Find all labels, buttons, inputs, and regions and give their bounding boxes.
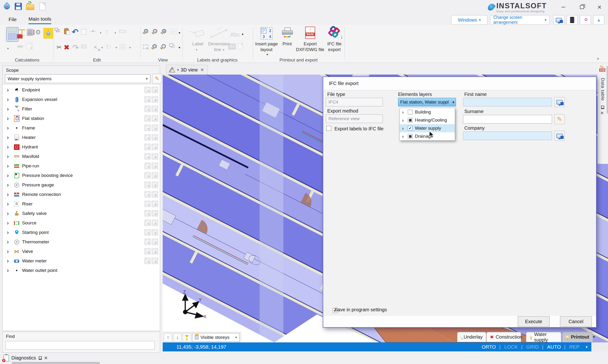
expand-chevron-icon[interactable]: › bbox=[7, 249, 13, 254]
tree-item[interactable]: › Water meter bbox=[3, 256, 160, 266]
collapse-panel-button[interactable] bbox=[593, 15, 604, 25]
layer-checkbox[interactable] bbox=[408, 118, 413, 123]
data-table-panel-tab[interactable]: Data table bbox=[597, 64, 608, 164]
label-elements-button[interactable] bbox=[152, 248, 158, 255]
paste-button[interactable] bbox=[64, 28, 69, 34]
pipe-sizing-button[interactable] bbox=[17, 45, 23, 48]
dimension-more-button[interactable] bbox=[223, 48, 224, 52]
status-flag[interactable]: GRID bbox=[518, 344, 539, 350]
label-elements-button[interactable] bbox=[152, 201, 158, 207]
water-supply-calc-button[interactable] bbox=[43, 28, 53, 39]
redo-button[interactable] bbox=[72, 43, 79, 52]
zoom-window-button[interactable] bbox=[153, 44, 157, 48]
label-elements-button[interactable] bbox=[152, 115, 158, 122]
select-elements-button[interactable] bbox=[144, 191, 151, 197]
tree-item[interactable]: › Remote connection bbox=[3, 190, 160, 199]
execute-button[interactable]: Execute bbox=[518, 316, 550, 327]
scope-select[interactable]: Water supply systems bbox=[5, 74, 150, 83]
label-elements-button[interactable] bbox=[152, 229, 158, 235]
building-conditions-button[interactable] bbox=[27, 29, 33, 36]
close-diagnostics-icon[interactable] bbox=[44, 354, 48, 362]
restore-button[interactable] bbox=[577, 2, 587, 12]
collapse-ribbon-button[interactable] bbox=[597, 56, 599, 60]
tree-item[interactable]: › Frame bbox=[3, 123, 160, 133]
move-more-button[interactable] bbox=[115, 31, 116, 35]
calc-more-button[interactable] bbox=[7, 47, 9, 50]
zoom-in-button[interactable] bbox=[144, 29, 148, 33]
elements-layers-select[interactable]: Flat station, Water suppl bbox=[398, 98, 456, 106]
expand-chevron-icon[interactable]: › bbox=[7, 192, 13, 197]
expand-chevron-icon[interactable]: › bbox=[7, 164, 13, 168]
label-more-button[interactable] bbox=[196, 48, 197, 52]
move-to-storey-button[interactable] bbox=[105, 27, 109, 36]
tree-item[interactable]: › Safety valve bbox=[3, 209, 160, 218]
rotate-button[interactable] bbox=[105, 43, 111, 51]
layer-option[interactable]: › Building bbox=[400, 108, 455, 116]
change-screen-arrangement-button[interactable]: Change screen arrangement bbox=[490, 15, 550, 25]
select-elements-button[interactable] bbox=[144, 258, 151, 264]
company-input[interactable] bbox=[463, 131, 552, 140]
label-elements-button[interactable] bbox=[152, 258, 158, 264]
expand-chevron-icon[interactable]: › bbox=[7, 154, 13, 159]
tree-item[interactable]: › Expansion vessel bbox=[3, 95, 160, 104]
select-elements-button[interactable] bbox=[144, 229, 151, 235]
label-elements-button[interactable] bbox=[152, 172, 158, 179]
tree-item[interactable]: › Valve bbox=[3, 247, 160, 256]
new-document-button[interactable] bbox=[38, 1, 48, 11]
insert-node-button[interactable] bbox=[90, 31, 96, 32]
label-elements-button[interactable] bbox=[152, 220, 158, 226]
text-select-button[interactable] bbox=[120, 44, 125, 49]
node-more-button[interactable] bbox=[100, 31, 101, 35]
layer-option[interactable]: › Water supply bbox=[400, 124, 455, 132]
label-elements-button[interactable] bbox=[152, 182, 158, 188]
pin-icon[interactable] bbox=[38, 356, 41, 360]
label-elements-button[interactable] bbox=[152, 153, 158, 160]
sheet-tab[interactable]: Construction bbox=[486, 332, 521, 342]
tree-item[interactable]: › Pressure gauge bbox=[3, 180, 160, 190]
expand-chevron-icon[interactable]: › bbox=[7, 268, 13, 273]
label-elements-button[interactable] bbox=[152, 163, 158, 169]
expand-chevron-icon[interactable]: › bbox=[402, 109, 405, 115]
save-screen-layout-button[interactable] bbox=[553, 15, 564, 25]
expand-chevron-icon[interactable]: › bbox=[7, 240, 13, 244]
video-tutorials-button[interactable] bbox=[567, 15, 578, 25]
storey-down-button[interactable] bbox=[173, 333, 182, 342]
tree-item[interactable]: › Endpoint bbox=[3, 85, 160, 95]
sheet-tabs-more-icon[interactable] bbox=[593, 334, 595, 339]
expand-chevron-icon[interactable]: › bbox=[7, 126, 13, 130]
rotate-more-button[interactable] bbox=[116, 46, 117, 49]
layer-option[interactable]: › Drainage bbox=[400, 132, 455, 140]
visible-storeys-select[interactable]: Visible storeys bbox=[192, 333, 240, 342]
storey-up-button[interactable] bbox=[164, 333, 172, 342]
status-flag[interactable]: ORTO bbox=[482, 344, 496, 350]
expand-chevron-icon[interactable]: › bbox=[402, 126, 405, 131]
storey-filter-button[interactable] bbox=[183, 333, 191, 342]
status-flag[interactable]: LOCK bbox=[496, 344, 518, 350]
move-points-button[interactable] bbox=[81, 45, 86, 48]
zoom-all-button[interactable] bbox=[162, 29, 166, 33]
close-button[interactable] bbox=[594, 2, 605, 12]
tree-item[interactable]: › Flat station bbox=[3, 114, 160, 123]
connect-elements-button[interactable] bbox=[91, 44, 99, 50]
select-elements-button[interactable] bbox=[144, 153, 151, 160]
label-elements-button[interactable] bbox=[152, 144, 158, 150]
expand-chevron-icon[interactable]: › bbox=[7, 116, 13, 121]
tree-item[interactable]: › Riser bbox=[3, 199, 160, 209]
expand-chevron-icon[interactable]: › bbox=[402, 134, 405, 139]
insert-table-button[interactable] bbox=[229, 44, 236, 49]
tree-item[interactable]: › Thermometer bbox=[3, 237, 160, 247]
label-elements-button[interactable] bbox=[152, 125, 158, 131]
select-elements-button[interactable] bbox=[144, 106, 151, 112]
tree-item[interactable]: › Starting point bbox=[3, 228, 160, 237]
construction-calc-button[interactable] bbox=[19, 29, 26, 36]
company-browse-button[interactable] bbox=[554, 131, 565, 141]
expand-chevron-icon[interactable]: › bbox=[7, 202, 13, 206]
select-elements-button[interactable] bbox=[144, 172, 151, 179]
layer-checkbox[interactable] bbox=[408, 110, 413, 115]
tree-item[interactable]: › Filter bbox=[3, 104, 160, 114]
first-name-input[interactable] bbox=[463, 98, 552, 106]
text-more-button[interactable] bbox=[129, 46, 131, 49]
label-elements-button[interactable] bbox=[152, 96, 158, 103]
label-elements-button[interactable] bbox=[152, 239, 158, 245]
minimize-button[interactable] bbox=[558, 2, 569, 12]
